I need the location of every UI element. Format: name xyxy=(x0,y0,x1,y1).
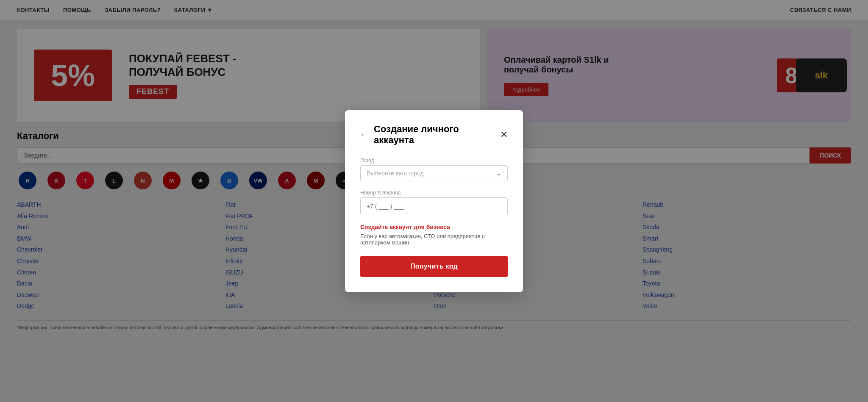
city-label: Город xyxy=(360,158,508,164)
account-creation-modal: ← Создание личного аккаунта ✕ Город Выбе… xyxy=(345,110,523,292)
modal-back-button[interactable]: ← xyxy=(360,130,369,139)
modal-overlay[interactable]: ← Создание личного аккаунта ✕ Город Выбе… xyxy=(0,0,868,402)
city-select-text: Выберите ваш город xyxy=(367,170,496,177)
phone-input[interactable] xyxy=(360,197,508,215)
business-description: Если у вас автомагазин, СТО или предприя… xyxy=(360,233,508,246)
modal-header: ← Создание личного аккаунта ✕ xyxy=(360,124,508,146)
phone-field-group: Номер телефона xyxy=(360,190,508,215)
city-field-group: Город Выберите ваш город ⌄ xyxy=(360,158,508,181)
phone-label: Номер телефона xyxy=(360,190,508,196)
modal-title: Создание личного аккаунта xyxy=(374,124,495,146)
get-code-button[interactable]: Получить код xyxy=(360,256,508,277)
chevron-down-icon: ⌄ xyxy=(496,170,501,177)
modal-close-button[interactable]: ✕ xyxy=(500,129,508,140)
business-account-link[interactable]: Создайте аккаунт для бизнеса xyxy=(360,224,508,230)
city-select[interactable]: Выберите ваш город ⌄ xyxy=(360,165,508,181)
